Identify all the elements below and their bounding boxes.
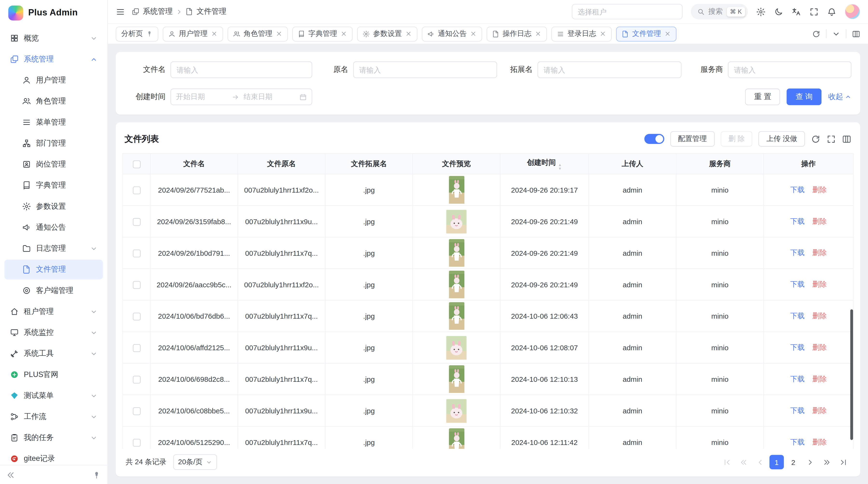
sort-desc-icon[interactable]	[558, 166, 562, 170]
sidebar-item-test[interactable]: 测试菜单	[4, 386, 103, 406]
sidebar-item-menus[interactable]: 菜单管理	[4, 112, 103, 132]
table-scrollbar[interactable]	[850, 309, 853, 440]
row-checkbox[interactable]	[133, 218, 140, 226]
refresh-icon[interactable]	[812, 30, 820, 38]
user-avatar[interactable]	[845, 4, 860, 19]
file-preview-image[interactable]	[449, 176, 464, 204]
file-preview-image[interactable]	[449, 365, 464, 393]
page-number-2[interactable]: 2	[786, 455, 801, 469]
file-preview-image[interactable]	[446, 209, 467, 233]
fullscreen-icon[interactable]	[809, 7, 819, 17]
tab-roles[interactable]: 角色管理	[227, 26, 288, 41]
close-icon[interactable]	[405, 30, 412, 37]
file-preview-image[interactable]	[449, 302, 464, 330]
close-icon[interactable]	[599, 30, 606, 37]
sidebar-item-notices[interactable]: 通知公告	[4, 218, 103, 237]
prev-10-pages-button[interactable]	[736, 455, 751, 469]
file-preview-image[interactable]	[446, 335, 467, 359]
download-link[interactable]: 下载	[790, 374, 805, 384]
delete-button[interactable]: 删 除	[721, 131, 752, 147]
tab-op-logs[interactable]: 操作日志	[487, 26, 547, 41]
row-checkbox[interactable]	[133, 376, 140, 383]
tab-notices[interactable]: 通知公告	[422, 26, 482, 41]
page-number-1[interactable]: 1	[769, 455, 784, 469]
download-link[interactable]: 下载	[790, 217, 805, 226]
sidebar-item-logs[interactable]: 日志管理	[4, 238, 103, 259]
close-icon[interactable]	[470, 30, 477, 37]
pin-icon[interactable]	[146, 30, 153, 37]
tab-dict[interactable]: 字典管理	[292, 26, 352, 41]
page-size-select[interactable]: 20条/页	[173, 454, 217, 470]
next-page-button[interactable]	[803, 455, 817, 469]
first-page-button[interactable]	[720, 455, 734, 469]
tab-users[interactable]: 用户管理	[163, 26, 223, 41]
sort-icons[interactable]	[558, 162, 562, 170]
origin-name-input[interactable]	[353, 61, 497, 78]
sidebar-item-workflow[interactable]: 工作流	[4, 407, 103, 427]
sidebar-item-params[interactable]: 参数设置	[4, 196, 103, 217]
search-button[interactable]: 查 询	[787, 89, 822, 105]
tab-params[interactable]: 参数设置	[357, 26, 417, 41]
delete-link[interactable]: 删除	[812, 311, 827, 321]
config-manage-button[interactable]: 配置管理	[670, 131, 715, 147]
sidebar-item-tenant[interactable]: 租户管理	[4, 301, 103, 322]
download-link[interactable]: 下载	[790, 279, 805, 289]
row-checkbox[interactable]	[133, 186, 140, 194]
language-icon[interactable]	[792, 7, 801, 17]
dark-mode-moon-icon[interactable]	[774, 7, 783, 17]
hamburger-menu-icon[interactable]	[116, 7, 125, 17]
row-checkbox[interactable]	[133, 407, 140, 415]
sidebar-item-overview[interactable]: 概览	[4, 28, 103, 48]
row-checkbox[interactable]	[133, 281, 140, 289]
row-checkbox[interactable]	[133, 313, 140, 320]
delete-link[interactable]: 删除	[812, 437, 827, 447]
file-name-input[interactable]	[170, 61, 312, 78]
date-range-picker[interactable]: 开始日期 结束日期	[170, 89, 312, 105]
striped-toggle[interactable]	[644, 134, 664, 144]
close-icon[interactable]	[211, 30, 218, 37]
sidebar-item-tasks[interactable]: 我的任务	[4, 428, 103, 448]
delete-link[interactable]: 删除	[812, 374, 827, 384]
file-preview-image[interactable]	[449, 428, 464, 449]
sidebar-item-roles[interactable]: 角色管理	[4, 91, 103, 111]
provider-input[interactable]	[728, 61, 851, 78]
sidebar-item-tools[interactable]: 系统工具	[4, 344, 103, 364]
download-link[interactable]: 下载	[790, 248, 805, 258]
select-all-checkbox[interactable]	[133, 160, 140, 168]
collapse-sidebar-icon[interactable]	[7, 471, 15, 479]
delete-link[interactable]: 删除	[812, 406, 827, 416]
close-icon[interactable]	[664, 30, 671, 37]
sidebar-item-monitor[interactable]: 系统监控	[4, 323, 103, 343]
download-link[interactable]: 下载	[790, 437, 805, 447]
tenant-select-input[interactable]	[572, 4, 682, 19]
sidebar-item-system[interactable]: 系统管理	[4, 49, 103, 69]
download-link[interactable]: 下载	[790, 343, 805, 352]
delete-link[interactable]: 删除	[812, 279, 827, 289]
sidebar-item-users[interactable]: 用户管理	[4, 70, 103, 90]
download-link[interactable]: 下载	[790, 185, 805, 195]
sidebar-item-gitee[interactable]: gitee记录	[4, 449, 103, 465]
reset-button[interactable]: 重 置	[745, 89, 780, 105]
layout-columns-icon[interactable]	[852, 30, 860, 38]
close-icon[interactable]	[340, 30, 347, 37]
tab-login-logs[interactable]: 登录日志	[551, 26, 612, 41]
chevron-down-icon[interactable]	[832, 30, 840, 38]
breadcrumb-root[interactable]: 系统管理	[143, 7, 173, 17]
sidebar-item-departments[interactable]: 部门管理	[4, 133, 103, 153]
fullscreen-icon[interactable]	[827, 134, 836, 144]
ext-name-input[interactable]	[537, 61, 681, 78]
delete-link[interactable]: 删除	[812, 248, 827, 258]
next-10-pages-button[interactable]	[819, 455, 834, 469]
tab-files[interactable]: 文件管理	[616, 26, 676, 41]
file-preview-image[interactable]	[449, 239, 464, 267]
download-link[interactable]: 下载	[790, 406, 805, 416]
sort-asc-icon[interactable]	[558, 162, 562, 166]
tab-analysis[interactable]: 分析页	[116, 26, 158, 41]
close-icon[interactable]	[276, 30, 282, 37]
refresh-icon[interactable]	[811, 134, 820, 144]
file-preview-image[interactable]	[446, 399, 467, 423]
sidebar-item-posts[interactable]: 岗位管理	[4, 155, 103, 174]
notifications-bell-icon[interactable]	[827, 7, 836, 17]
sidebar-item-dict[interactable]: 字典管理	[4, 175, 103, 195]
app-brand[interactable]: Plus Admin	[0, 0, 107, 26]
